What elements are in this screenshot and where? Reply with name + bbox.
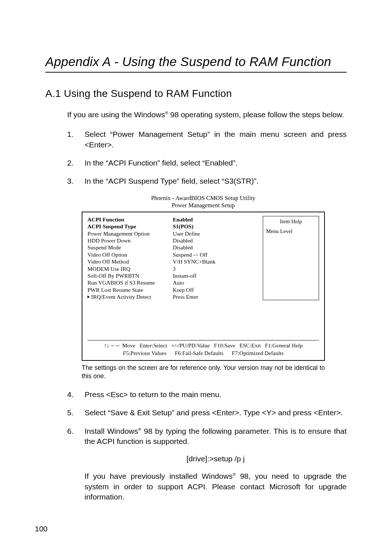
bios-caption: Phoenix - AwardBIOS CMOS Setup Utility P… — [82, 195, 325, 209]
bios-setting-value: Press Enter — [173, 293, 259, 300]
step-4: 4. Press <Esc> to return to the main men… — [67, 389, 347, 400]
bios-setting-row: PWR Lost Resume StateKeep Off — [87, 286, 259, 293]
bios-caption-line2: Power Management Setup — [172, 202, 235, 209]
bios-setting-value: 3 — [173, 265, 259, 272]
step-text: Select “Save & Exit Setup” and press <En… — [85, 408, 347, 418]
step-1: 1. Select “Power Management Setup” in th… — [67, 129, 347, 150]
post-command-paragraph: If you have previously installed Windows… — [85, 471, 347, 502]
bios-setting-row: Run VGABIOS if S3 ResumeAuto — [87, 279, 259, 286]
bios-setting-label: IRQ/Event Activity Detect — [87, 293, 173, 300]
step-2: 2. In the “ACPI Function” field, select … — [67, 158, 347, 168]
bios-setting-value: Disabled — [173, 237, 259, 244]
step-number: 5. — [67, 408, 85, 418]
bios-setting-row: Video Off OptionSuspend -> Off — [87, 251, 259, 258]
bios-setting-row: Power Management OptionUser Define — [87, 230, 259, 237]
install-command: [drive]:>setup /p j — [85, 454, 347, 463]
bios-setting-value: Enabled — [173, 216, 259, 223]
bios-setting-label: ACPI Function — [87, 216, 173, 223]
bios-setting-row: ACPI FunctionEnabled — [87, 216, 259, 223]
step-number: 2. — [67, 158, 85, 168]
step-text: In the “ACPI Function” field, select “En… — [85, 158, 347, 168]
bios-setting-label: Video Off Method — [87, 258, 173, 265]
step-text: Select “Power Management Setup” in the m… — [85, 129, 347, 150]
bios-setting-value: Disabled — [173, 244, 259, 251]
bios-box: ACPI FunctionEnabledACPI Suspend TypeS1(… — [82, 212, 325, 361]
bios-setting-value: S1(POS) — [173, 223, 259, 230]
bios-setting-row: Suspend ModeDisabled — [87, 244, 259, 251]
bios-setting-row: IRQ/Event Activity DetectPress Enter — [87, 293, 259, 300]
bios-setting-value: V/H SYNC+Blank — [173, 258, 259, 265]
bios-help-menu-level: Menu Level — [266, 228, 316, 234]
bios-help-title: Item Help — [266, 219, 316, 225]
bios-setting-row: MODEM Use IRQ3 — [87, 265, 259, 272]
bios-setting-label: Video Off Option — [87, 251, 173, 258]
bios-footer: ↑↓→← Move Enter:Select +/-/PU/PD:Value F… — [87, 340, 319, 357]
step-6: 6. Install Windows® 98 by typing the fol… — [67, 426, 347, 447]
bios-setting-label: HDD Power Down — [87, 237, 173, 244]
bios-settings: ACPI FunctionEnabledACPI Suspend TypeS1(… — [87, 216, 263, 301]
appendix-title: Appendix A - Using the Suspend to RAM Fu… — [45, 54, 347, 69]
step-text: In the “ACPI Suspend Type” field, select… — [85, 176, 347, 186]
steps-list-bottom: 4. Press <Esc> to return to the main men… — [67, 389, 347, 446]
bios-setting-value: Instant-off — [173, 272, 259, 279]
steps-list-top: 1. Select “Power Management Setup” in th… — [67, 129, 347, 186]
step-number: 4. — [67, 389, 85, 400]
bios-caption-line1: Phoenix - AwardBIOS CMOS Setup Utility — [151, 195, 256, 201]
bios-setting-label: Run VGABIOS if S3 Resume — [87, 279, 173, 286]
bios-setting-value: Suspend -> Off — [173, 251, 259, 258]
step-text: Install Windows® 98 by typing the follow… — [85, 426, 347, 447]
bios-setting-label: MODEM Use IRQ — [87, 265, 173, 272]
bios-setting-value: User Define — [173, 230, 259, 237]
bios-footer-line2: F5:Previous Values F6:Fail-Safe Defaults… — [123, 350, 284, 356]
title-rule — [45, 72, 347, 73]
bios-setting-row: Soft-Off By PWRBTNInstant-off — [87, 272, 259, 279]
bios-setting-value: Auto — [173, 279, 259, 286]
step-number: 3. — [67, 176, 85, 186]
bios-help-panel: Item Help Menu Level — [263, 216, 319, 301]
bios-figure: Phoenix - AwardBIOS CMOS Setup Utility P… — [82, 195, 325, 361]
bios-setting-label: ACPI Suspend Type — [87, 223, 173, 230]
bios-setting-value: Keep Off — [173, 286, 259, 293]
step-3: 3. In the “ACPI Suspend Type” field, sel… — [67, 176, 347, 186]
intro-paragraph: If you are using the Windows® 98 operati… — [67, 110, 347, 120]
bios-footer-line1: ↑↓→← Move Enter:Select +/-/PU/PD:Value F… — [104, 342, 302, 348]
bios-setting-row: Video Off MethodV/H SYNC+Blank — [87, 258, 259, 265]
bios-setting-row: ACPI Suspend TypeS1(POS) — [87, 223, 259, 230]
step-text: Press <Esc> to return to the main menu. — [85, 389, 347, 400]
bios-setting-label: Suspend Mode — [87, 244, 173, 251]
step-number: 1. — [67, 129, 85, 150]
step-number: 6. — [67, 426, 85, 447]
step-5: 5. Select “Save & Exit Setup” and press … — [67, 408, 347, 418]
section-heading: A.1 Using the Suspend to RAM Function — [45, 88, 347, 99]
bios-setting-label: Soft-Off By PWRBTN — [87, 272, 173, 279]
triangle-right-icon — [87, 295, 90, 298]
page-number: 100 — [35, 525, 48, 533]
bios-setting-label: Power Management Option — [87, 230, 173, 237]
bios-setting-row: HDD Power DownDisabled — [87, 237, 259, 244]
figure-note: The settings on the screen are for refer… — [82, 364, 325, 380]
bios-setting-label: PWR Lost Resume State — [87, 286, 173, 293]
